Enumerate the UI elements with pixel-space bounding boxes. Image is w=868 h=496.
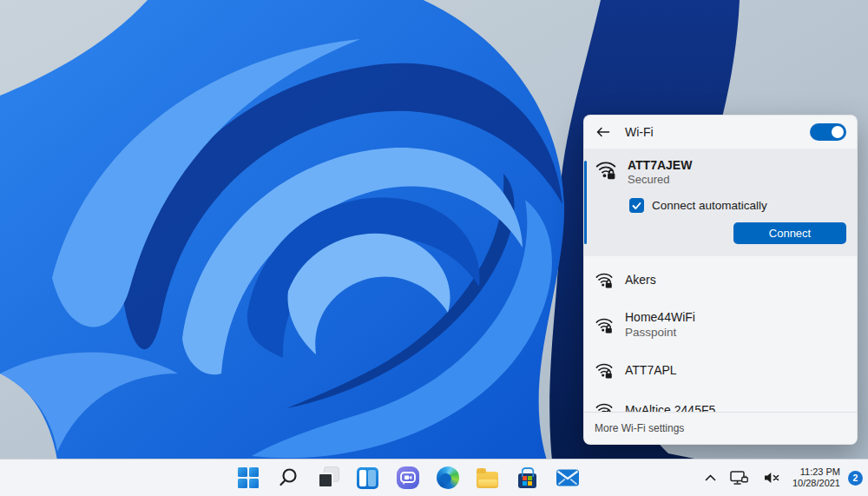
taskbar-center-icons [231,460,584,496]
wifi-secured-icon [595,400,614,412]
selected-network-name: ATT7AJEW [628,158,692,172]
network-name: MyAltice 2445F5 [625,403,715,413]
tray-time: 11:23 PM [792,466,840,478]
tray-date: 10/28/2021 [792,478,840,489]
wifi-secured-icon [595,158,617,181]
network-tray-button[interactable] [726,463,753,493]
windows-logo-icon [238,467,259,488]
volume-tray-button[interactable] [759,463,785,493]
file-explorer-icon [477,472,498,488]
back-arrow-icon [596,127,610,137]
mail-icon [556,469,579,486]
chat-button[interactable] [391,461,424,495]
search-button[interactable] [271,461,305,495]
network-subtitle: Passpoint [625,325,695,340]
selected-network-card[interactable]: ATT7AJEW Secured Connect automatically C… [584,149,857,256]
task-view-icon [317,466,339,489]
selected-network-texts: ATT7AJEW Secured [628,158,692,187]
connect-automatically-checkbox[interactable] [629,198,644,213]
edge-icon [437,466,459,489]
edge-button[interactable] [431,461,464,495]
network-row-home44wifi[interactable]: Home44WiFi Passpoint [584,300,857,350]
desktop: Wi-Fi ATT7AJEW Secured [0,0,868,496]
network-name: Akers [625,273,656,288]
store-button[interactable] [510,461,544,495]
selected-network-status: Secured [628,173,692,187]
notification-badge[interactable]: 2 [848,471,863,486]
tray-overflow-button[interactable] [700,463,720,493]
system-tray: 11:23 PM 10/28/2021 2 [700,460,863,496]
selection-accent-bar [584,161,587,244]
network-display-icon [730,471,749,486]
wifi-secured-icon [595,270,614,289]
network-name: ATT7APL [625,363,677,378]
wifi-secured-icon [595,360,614,380]
chevron-up-icon [705,474,716,481]
connect-automatically-row: Connect automatically [629,198,846,213]
wifi-panel-header: Wi-Fi [584,116,857,149]
network-row-clipped-wrap: MyAltice 2445F5 [584,390,857,412]
task-view-button[interactable] [311,461,345,495]
connect-automatically-label: Connect automatically [652,199,767,212]
toggle-knob [832,126,844,138]
network-name: Home44WiFi [625,310,695,325]
more-wifi-settings-link[interactable]: More Wi-Fi settings [584,412,857,444]
network-list: Akers Home44WiFi Passpoint [584,256,857,412]
wifi-toggle[interactable] [810,123,846,141]
search-icon [277,466,299,489]
widgets-button[interactable] [351,461,385,495]
network-row-akers[interactable]: Akers [584,260,857,300]
back-button[interactable] [595,123,612,141]
taskbar: 11:23 PM 10/28/2021 2 [0,459,868,496]
volume-muted-icon [763,472,780,484]
mail-button[interactable] [550,461,584,495]
network-row-att7apl[interactable]: ATT7APL [584,350,857,390]
widgets-icon [357,467,378,489]
wifi-secured-icon [595,315,614,334]
wifi-flyout-panel: Wi-Fi ATT7AJEW Secured [583,115,858,445]
microsoft-store-icon [518,473,536,488]
selected-network-info: ATT7AJEW Secured [595,158,846,187]
checkmark-icon [632,202,641,210]
file-explorer-button[interactable] [470,461,504,495]
connect-button[interactable]: Connect [733,222,846,244]
start-button[interactable] [231,461,265,495]
panel-title: Wi-Fi [625,125,654,139]
chat-icon [397,466,419,489]
connect-button-row: Connect [595,222,846,244]
clock[interactable]: 11:23 PM 10/28/2021 [790,466,843,489]
network-row-cutoff[interactable]: MyAltice 2445F5 [584,390,857,412]
